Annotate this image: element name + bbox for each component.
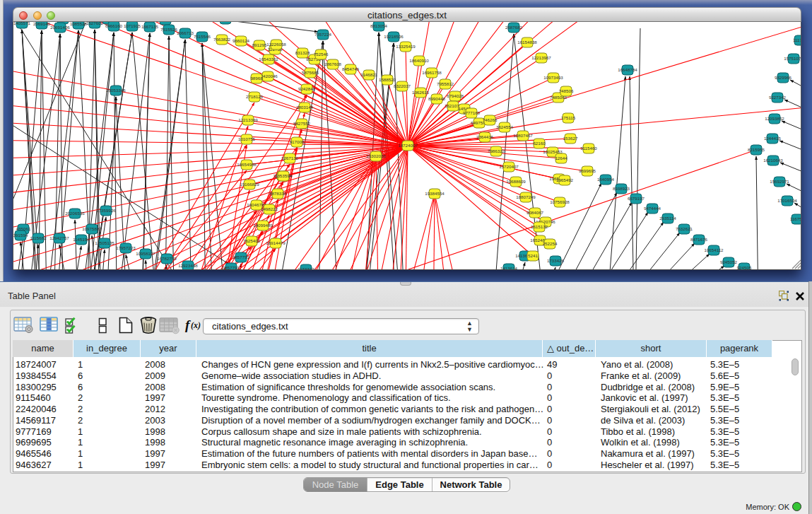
svg-text:1640954: 1640954 [597, 177, 615, 182]
svg-text:5241: 5241 [528, 253, 538, 258]
svg-text:9227342: 9227342 [769, 95, 787, 100]
svg-text:1615132: 1615132 [531, 224, 548, 229]
svg-text:9245052: 9245052 [720, 259, 738, 264]
svg-text:19384554: 19384554 [425, 191, 445, 196]
svg-text:6466160: 6466160 [105, 23, 123, 28]
svg-text:98968: 98968 [250, 76, 263, 81]
svg-text:746266: 746266 [483, 117, 498, 122]
svg-text:8938923: 8938923 [613, 186, 630, 191]
svg-text:111753: 111753 [793, 37, 801, 42]
svg-text:8454749: 8454749 [342, 66, 360, 71]
svg-text:20206535: 20206535 [65, 211, 85, 216]
svg-text:13226058: 13226058 [266, 42, 286, 47]
svg-text:13325419: 13325419 [396, 44, 416, 49]
svg-text:9857791: 9857791 [233, 255, 250, 259]
svg-text:9115460: 9115460 [580, 146, 597, 151]
svg-text:7515546: 7515546 [194, 34, 211, 39]
svg-text:116753: 116753 [790, 216, 801, 221]
svg-text:1145194: 1145194 [73, 237, 90, 242]
svg-text:1071915: 1071915 [124, 23, 141, 28]
svg-text:7625402: 7625402 [243, 238, 261, 243]
svg-text:9242848: 9242848 [298, 86, 316, 91]
svg-text:10973493: 10973493 [543, 75, 563, 80]
svg-text:16782759: 16782759 [157, 256, 177, 261]
svg-text:391594: 391594 [13, 233, 28, 238]
svg-text:7632621: 7632621 [676, 226, 693, 231]
svg-text:16154838: 16154838 [517, 40, 537, 45]
svg-text:16648784: 16648784 [618, 67, 637, 72]
svg-text:15692971: 15692971 [770, 179, 789, 184]
svg-text:891295: 891295 [252, 42, 267, 47]
svg-text:153627: 153627 [563, 136, 578, 141]
svg-text:9777169: 9777169 [463, 110, 481, 115]
svg-text:6794028: 6794028 [447, 93, 464, 98]
svg-text:7986322: 7986322 [488, 148, 505, 153]
svg-text:752546: 752546 [314, 52, 329, 57]
svg-text:10756928: 10756928 [550, 199, 570, 204]
svg-text:2687682: 2687682 [505, 25, 523, 30]
svg-text:9660124: 9660124 [233, 38, 250, 43]
svg-text:924505: 924505 [737, 265, 752, 270]
svg-text:12644: 12644 [555, 156, 567, 160]
svg-text:2867608: 2867608 [324, 62, 342, 66]
svg-text:2718126: 2718126 [246, 94, 264, 99]
svg-text:17359926: 17359926 [96, 208, 116, 213]
svg-text:1498222: 1498222 [261, 206, 278, 211]
svg-text:1353594: 1353594 [275, 173, 293, 178]
svg-text:2364436: 2364436 [476, 134, 494, 139]
svg-text:7955812: 7955812 [437, 81, 454, 86]
svg-text:9329966: 9329966 [775, 75, 792, 80]
svg-text:1010755: 1010755 [238, 136, 256, 141]
svg-text:5875685: 5875685 [302, 70, 319, 75]
svg-text:3267130: 3267130 [281, 156, 299, 160]
svg-text:16961758: 16961758 [422, 70, 442, 75]
svg-text:19218506: 19218506 [384, 34, 404, 39]
svg-text:16543362: 16543362 [259, 57, 278, 62]
svg-text:20691406: 20691406 [50, 25, 70, 30]
svg-text:1965492: 1965492 [556, 177, 574, 182]
svg-text:1085528: 1085528 [70, 22, 88, 26]
svg-text:16210643: 16210643 [763, 158, 783, 163]
svg-text:9084067: 9084067 [526, 210, 544, 215]
svg-text:8427552: 8427552 [293, 121, 311, 126]
svg-text:417006: 417006 [290, 139, 305, 144]
svg-text:9146821: 9146821 [360, 72, 378, 77]
svg-text:10807467: 10807467 [513, 133, 533, 138]
svg-text:10654112: 10654112 [704, 247, 724, 252]
svg-text:12942757: 12942757 [49, 235, 69, 240]
svg-text:18724007: 18724007 [398, 143, 418, 148]
svg-text:17957223: 17957223 [116, 245, 136, 250]
svg-text:831328: 831328 [295, 50, 310, 55]
svg-text:252254: 252254 [543, 241, 558, 246]
svg-text:175115: 175115 [561, 115, 576, 120]
svg-text:18807249: 18807249 [516, 194, 536, 199]
svg-text:7663822: 7663822 [213, 37, 231, 42]
svg-text:3624554: 3624554 [496, 124, 514, 129]
svg-text:15751074: 15751074 [784, 56, 801, 61]
svg-text:1244415: 1244415 [764, 136, 782, 141]
svg-text:14099489: 14099489 [253, 223, 273, 228]
svg-text:8990448: 8990448 [428, 96, 446, 101]
svg-text:1066713: 1066713 [177, 30, 194, 35]
svg-text:f: f [185, 317, 191, 332]
svg-text:9857791: 9857791 [223, 265, 240, 270]
svg-text:15720407: 15720407 [499, 164, 519, 169]
svg-text:1667135: 1667135 [141, 24, 159, 29]
svg-text:10975887: 10975887 [82, 226, 102, 231]
svg-text:12923448: 12923448 [178, 263, 198, 268]
svg-text:12093852: 12093852 [765, 116, 784, 121]
svg-text:25302035: 25302035 [366, 153, 386, 158]
svg-text:2935114: 2935114 [659, 216, 676, 221]
svg-text:6679197: 6679197 [628, 196, 645, 201]
svg-text:8813054: 8813054 [370, 23, 388, 28]
svg-text:2803144: 2803144 [296, 105, 314, 110]
svg-text:1733426: 1733426 [547, 258, 565, 263]
svg-text:10958107: 10958107 [136, 251, 155, 256]
svg-text:12505135: 12505135 [95, 240, 114, 245]
svg-text:12213967: 12213967 [531, 55, 551, 60]
svg-text:2069140: 2069140 [33, 22, 51, 26]
svg-text:8322037: 8322037 [394, 83, 411, 88]
svg-text:7357224: 7357224 [314, 32, 332, 37]
svg-text:9474444: 9474444 [644, 206, 661, 211]
svg-text:10688609: 10688609 [506, 179, 526, 184]
